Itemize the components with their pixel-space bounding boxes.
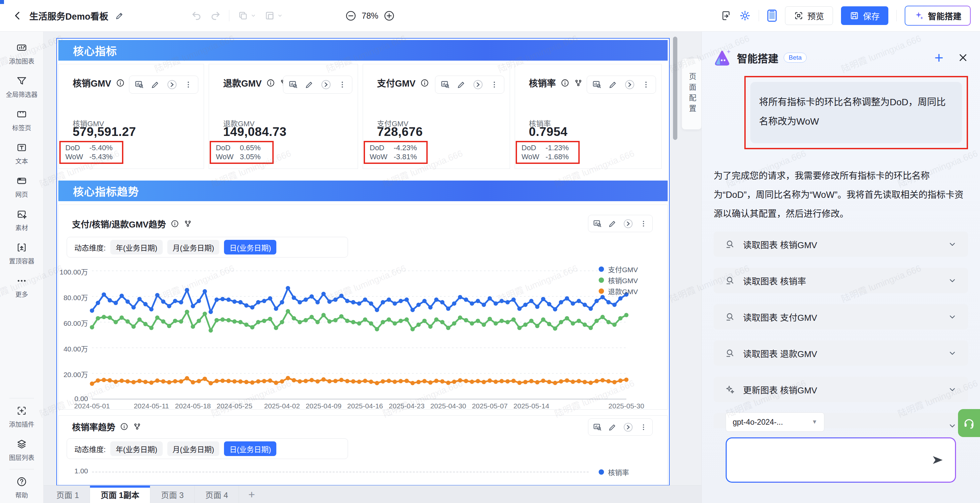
explore-chart-icon[interactable] (593, 423, 602, 432)
edit-pencil-icon[interactable] (305, 80, 314, 89)
kebab-menu-icon[interactable] (640, 219, 648, 228)
sidebar-item-add-chart[interactable]: 添加图表 (0, 37, 43, 71)
section-header-trend[interactable]: 核心指标趋势 (58, 181, 668, 201)
tool-step[interactable]: 读取图表 核销GMV (714, 232, 968, 257)
sidebar-item-more[interactable]: 更多 (0, 270, 43, 304)
explore-chart-icon[interactable] (441, 80, 450, 89)
dimension-pill[interactable]: 日(业务日期) (224, 240, 276, 254)
explore-chart-icon[interactable] (592, 80, 602, 89)
legend-item[interactable]: 退款GMV (599, 286, 638, 297)
collapse-chevron-icon[interactable] (623, 219, 633, 229)
metric-card[interactable]: 核销GMV 核销GMV 579,591.27 DoD-5.40% W (58, 64, 204, 169)
dimension-pill[interactable]: 年(业务日期) (110, 240, 163, 254)
save-button[interactable]: 保存 (841, 6, 888, 25)
group-button[interactable] (265, 11, 283, 21)
sidebar-item-text[interactable]: 文本 (0, 137, 43, 171)
collapse-chevron-icon[interactable] (473, 79, 483, 90)
page-tab[interactable]: 页面 1副本 (90, 486, 150, 503)
edit-pencil-icon[interactable] (457, 80, 466, 89)
edit-pencil-icon[interactable] (608, 219, 617, 228)
redo-icon[interactable] (210, 11, 220, 21)
zoom-out-icon[interactable] (345, 10, 356, 21)
left-sidebar: 添加图表 全局筛选器 标签页 文本 网页 素材 置顶容器 更多 添加插件 图层列… (0, 31, 44, 503)
kebab-menu-icon[interactable] (338, 80, 347, 89)
kebab-menu-icon[interactable] (490, 80, 499, 89)
dashboard-page: 核心指标 核销GMV 核销GMV 57 (56, 38, 670, 486)
page-tab[interactable]: 页面 4 (195, 486, 239, 503)
zoom-in-icon[interactable] (383, 10, 395, 21)
preview-button[interactable]: 预览 (785, 6, 833, 25)
model-select[interactable]: gpt-4o-2024-... ▼ (725, 413, 824, 432)
edit-pencil-icon[interactable] (151, 80, 160, 89)
undo-icon[interactable] (192, 11, 202, 21)
close-icon[interactable] (958, 52, 968, 63)
copy-style-button[interactable] (238, 11, 256, 21)
tool-step[interactable]: 读取图表 退款GMV (714, 340, 968, 366)
sidebar-item-material[interactable]: 素材 (0, 204, 43, 237)
legend-item[interactable]: 核销率 (599, 467, 629, 478)
kebab-menu-icon[interactable] (642, 80, 650, 89)
ai-build-button[interactable]: 智能搭建 (905, 6, 970, 25)
section-header-core-metrics[interactable]: 核心指标 (58, 40, 668, 60)
blend-branch-icon[interactable] (184, 219, 192, 228)
sidebar-item-layer-list[interactable]: 图层列表 (0, 434, 43, 467)
chat-input[interactable] (725, 437, 956, 483)
collapse-chevron-icon[interactable] (321, 79, 331, 90)
export-icon[interactable] (721, 10, 731, 21)
sidebar-item-webpage[interactable]: 网页 (0, 171, 43, 204)
sidebar-item-global-filter[interactable]: 全局筛选器 (0, 71, 43, 104)
blend-branch-icon[interactable] (574, 79, 583, 87)
metric-card[interactable]: 支付GMV 支付GMV 728,676 DoD-4.23% WoW- (363, 64, 510, 169)
info-icon[interactable] (420, 79, 429, 87)
line-chart-plot[interactable] (92, 271, 626, 399)
mobile-preview-icon[interactable] (767, 10, 777, 22)
tool-step[interactable]: 读取图表 支付GMV (714, 304, 968, 330)
explore-chart-icon[interactable] (593, 219, 602, 228)
metric-card[interactable]: 退款GMV 退款GMV 149,084.73 DoD0.65% Wo (208, 64, 358, 169)
info-icon[interactable] (171, 219, 179, 228)
sidebar-item-tabs[interactable]: 标签页 (0, 104, 43, 137)
page-config-tab[interactable]: 页面配置 (682, 58, 702, 130)
dimension-pill[interactable]: 年(业务日期) (110, 441, 163, 456)
dimension-pill[interactable]: 月(业务日期) (167, 240, 220, 254)
sidebar-item-pinned-container[interactable]: 置顶容器 (0, 237, 43, 270)
legend-item[interactable]: 核销GMV (599, 275, 638, 286)
back-icon[interactable] (13, 11, 23, 21)
gmv-trend-chart-card[interactable]: 支付/核销/退款GMV趋势 动态维度: 年(业务日期) 月(业务日期) 日(业务… (58, 205, 668, 410)
dynamic-dimension-selector: 动态维度: 年(业务日期) 月(业务日期) 日(业务日期) (67, 237, 348, 257)
new-chat-icon[interactable]: + (934, 50, 943, 65)
edit-pencil-icon[interactable] (608, 423, 617, 432)
info-icon[interactable] (116, 79, 125, 87)
settings-gear-icon[interactable] (739, 10, 751, 21)
sidebar-item-add-plugin[interactable]: 添加插件 (0, 400, 43, 434)
legend-label: 支付GMV (608, 264, 638, 274)
tool-step[interactable]: 读取图表 核销率 (714, 268, 968, 293)
collapse-chevron-icon[interactable] (623, 422, 633, 432)
send-icon[interactable] (931, 453, 944, 467)
chart-title: 核销率趋势 (72, 420, 115, 433)
collapse-chevron-icon[interactable] (167, 79, 177, 90)
edit-title-icon[interactable] (115, 11, 124, 20)
legend-item[interactable]: 支付GMV (599, 263, 638, 275)
explore-chart-icon[interactable] (289, 80, 298, 89)
add-page-button[interactable]: + (239, 486, 264, 503)
blend-branch-icon[interactable] (133, 422, 142, 431)
sidebar-item-help[interactable]: 帮助 (0, 471, 43, 503)
dimension-pill[interactable]: 月(业务日期) (167, 441, 220, 456)
kebab-menu-icon[interactable] (184, 80, 192, 89)
explore-chart-icon[interactable] (135, 80, 144, 89)
support-headset-button[interactable] (958, 409, 980, 437)
info-icon[interactable] (561, 79, 570, 87)
dimension-pill[interactable]: 日(业务日期) (224, 441, 276, 456)
tool-step[interactable]: 更新图表 核销GMV (714, 377, 968, 402)
kebab-menu-icon[interactable] (640, 423, 648, 432)
page-tab[interactable]: 页面 1 (46, 486, 90, 503)
info-icon[interactable] (266, 79, 275, 87)
rate-trend-chart-card[interactable]: 核销率趋势 动态维度: 年(业务日期) 月(业务日期) 日(业务日期) (58, 416, 668, 486)
edit-pencil-icon[interactable] (608, 80, 618, 89)
page-tab[interactable]: 页面 3 (150, 486, 195, 503)
metric-card[interactable]: 核销率 核销率 0.7954 DoD-1.23% WoW-1.68% (515, 64, 662, 169)
canvas-scrollbar[interactable] (673, 36, 677, 140)
info-icon[interactable] (120, 422, 128, 431)
collapse-chevron-icon[interactable] (624, 79, 635, 90)
